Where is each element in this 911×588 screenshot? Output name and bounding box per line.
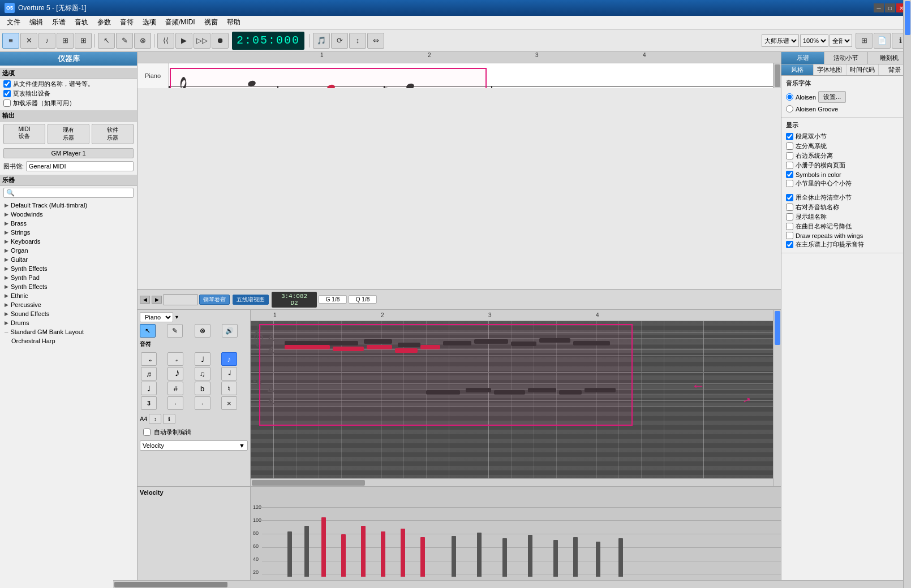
menu-midi[interactable]: 音频/MIDI bbox=[161, 16, 200, 28]
transport-forward[interactable]: ▷▷ bbox=[194, 33, 210, 49]
staff-view-tab-btn[interactable]: 五线谱视图 bbox=[233, 295, 269, 305]
tool-speaker[interactable]: 🔊 bbox=[222, 324, 238, 338]
tree-item-percussive[interactable]: ▶Percussive bbox=[0, 300, 137, 309]
existing-instrument-btn[interactable]: 现有乐器 bbox=[48, 124, 89, 144]
tree-item-synth-effects-1[interactable]: ▶Synth Effects bbox=[0, 264, 137, 273]
staff-area[interactable]: 𝄞 𝄢 44 44 bbox=[169, 63, 773, 88]
piano-roll-notes[interactable]: 𝄞 𝄢 44 44 bbox=[251, 321, 773, 478]
hscroll-thumb[interactable] bbox=[252, 480, 365, 486]
maximize-btn[interactable]: □ bbox=[885, 3, 895, 12]
cb-right-sep[interactable] bbox=[786, 152, 793, 159]
note-sym-x[interactable]: × bbox=[221, 396, 237, 410]
tree-item-keyboards[interactable]: ▶Keyboards bbox=[0, 237, 137, 246]
zoom-select[interactable]: 100% bbox=[800, 34, 828, 47]
right-tab-score[interactable]: 乐谱 bbox=[781, 52, 824, 64]
tool-eraser[interactable]: ⊗ bbox=[195, 324, 210, 338]
minimize-btn[interactable]: ─ bbox=[874, 3, 884, 12]
right-subtab-timecode[interactable]: 时间代码 bbox=[846, 64, 879, 75]
track-selector[interactable]: Piano bbox=[140, 312, 173, 322]
toolbar-x-btn[interactable]: ⊗ bbox=[134, 33, 151, 49]
menu-edit[interactable]: 编辑 bbox=[25, 16, 48, 28]
note-sym-1[interactable]: 𝅝 bbox=[141, 352, 157, 366]
tree-item-organ[interactable]: ▶Organ bbox=[0, 246, 137, 255]
option-cb-2[interactable] bbox=[3, 90, 11, 97]
piano-roll-tab-btn[interactable]: 钢琴卷帘 bbox=[199, 295, 230, 305]
tree-item-default[interactable]: ▶Default Track (Multi-timbral) bbox=[0, 201, 137, 210]
toolbar-arrow-btn[interactable]: ↖ bbox=[98, 33, 115, 49]
tree-item-guitar[interactable]: ▶Guitar bbox=[0, 255, 137, 264]
velocity-dropdown[interactable]: Velocity ▼ bbox=[140, 440, 248, 451]
note-sym-natural[interactable]: ♮ bbox=[221, 382, 237, 395]
menu-help[interactable]: 帮助 bbox=[222, 16, 245, 28]
right-tab-active-bar[interactable]: 活动小节 bbox=[824, 52, 867, 64]
cb-cue-notes[interactable] bbox=[786, 241, 793, 248]
tree-item-brass[interactable]: ▶Brass bbox=[0, 219, 137, 228]
tree-item-drums[interactable]: ▶Drums bbox=[0, 318, 137, 327]
toolbar-pen-btn[interactable]: ✎ bbox=[116, 33, 133, 49]
toolbar-meta4[interactable]: ⇔ bbox=[367, 33, 384, 49]
right-subtab-style[interactable]: 风格 bbox=[781, 64, 814, 75]
tree-item-synth-effects-2[interactable]: ▶Synth Effects bbox=[0, 282, 137, 291]
midi-device-btn[interactable]: MIDI设备 bbox=[3, 124, 45, 144]
scroll-left-btn[interactable]: ◀ bbox=[140, 296, 150, 304]
note-sym-6[interactable]: 𝅘𝅥𝅯 bbox=[167, 367, 183, 381]
piano-roll-hscroll[interactable] bbox=[251, 478, 773, 486]
toolbar-meta3[interactable]: ↕ bbox=[349, 33, 366, 49]
tree-item-sound-effects[interactable]: ▶Sound Effects bbox=[0, 309, 137, 318]
library-input[interactable] bbox=[26, 161, 134, 171]
note-sym-sharp[interactable]: # bbox=[167, 382, 183, 395]
toolbar-grid2-btn[interactable]: ⊞ bbox=[75, 33, 92, 49]
note-sym-8[interactable]: 𝆺𝅥 bbox=[221, 367, 237, 381]
menu-file[interactable]: 文件 bbox=[2, 16, 25, 28]
tree-item-woodwinds[interactable]: ▶Woodwinds bbox=[0, 210, 137, 219]
cb-double-bar[interactable] bbox=[786, 133, 793, 140]
tree-item-synth-pad[interactable]: ▶Synth Pad bbox=[0, 273, 137, 282]
note-sym-3-val[interactable]: 3 bbox=[141, 396, 157, 410]
toolbar-meta2[interactable]: ⟳ bbox=[331, 33, 348, 49]
cb-lower-key[interactable] bbox=[786, 223, 793, 230]
score-vscroll[interactable] bbox=[773, 63, 781, 88]
toolbar-meta1[interactable]: 🎵 bbox=[313, 33, 330, 49]
note-sym-3[interactable]: ♩ bbox=[195, 352, 210, 366]
menu-view[interactable]: 视窗 bbox=[200, 16, 222, 28]
note-sym-4[interactable]: ♪ bbox=[221, 352, 237, 366]
instrument-search-input[interactable] bbox=[15, 189, 131, 196]
font-groove-radio[interactable] bbox=[786, 105, 793, 113]
piano-roll-vscroll[interactable] bbox=[773, 310, 781, 486]
toolbar-close-btn[interactable]: ✕ bbox=[20, 33, 37, 49]
font-aloisen-radio[interactable] bbox=[786, 93, 793, 101]
auto-record-cb[interactable] bbox=[143, 429, 151, 436]
cb-booklet[interactable] bbox=[786, 162, 793, 169]
cb-symbols-color[interactable] bbox=[786, 171, 793, 178]
tree-item-strings[interactable]: ▶Strings bbox=[0, 228, 137, 237]
tree-item-ethnic[interactable]: ▶Ethnic bbox=[0, 291, 137, 300]
transport-rewind[interactable]: ⟨⟨ bbox=[157, 33, 174, 49]
note-sym-flat[interactable]: b bbox=[195, 382, 210, 395]
track-expand-icon[interactable]: ▼ bbox=[174, 314, 179, 320]
cb-align-track[interactable] bbox=[786, 204, 793, 211]
note-sym-9[interactable]: ♩ bbox=[141, 382, 157, 395]
tree-item-orchestral-harp[interactable]: Orchestral Harp bbox=[0, 336, 137, 345]
transport-play[interactable]: ▶ bbox=[175, 33, 192, 49]
cb-show-group[interactable] bbox=[786, 213, 793, 220]
option-cb-1[interactable] bbox=[3, 80, 11, 88]
piano-roll-vscroll-thumb[interactable] bbox=[775, 311, 780, 345]
toolbar-grid-btn[interactable]: ⊞ bbox=[57, 33, 74, 49]
note-sym-dot1[interactable]: · bbox=[167, 396, 183, 410]
tune-btn[interactable]: ↕ bbox=[149, 414, 161, 424]
menu-note[interactable]: 音符 bbox=[115, 16, 138, 28]
toolbar-extra1[interactable]: ⊞ bbox=[856, 33, 873, 49]
menu-track[interactable]: 音轨 bbox=[70, 16, 93, 28]
master-score-select[interactable]: 大师乐谱 bbox=[762, 34, 799, 47]
option-cb-3[interactable] bbox=[3, 100, 11, 107]
right-subtab-fontmap[interactable]: 字体地图 bbox=[814, 64, 846, 75]
software-instrument-btn[interactable]: 软件乐器 bbox=[92, 124, 134, 144]
cb-full-rest[interactable] bbox=[786, 194, 793, 201]
tool-arrow[interactable]: ↖ bbox=[140, 324, 156, 338]
toolbar-music-btn[interactable]: ♪ bbox=[38, 33, 55, 49]
cb-left-sep[interactable] bbox=[786, 142, 793, 150]
menu-params[interactable]: 参数 bbox=[93, 16, 115, 28]
velocity-hscroll-thumb[interactable] bbox=[137, 582, 227, 587]
cb-center-symbol[interactable] bbox=[786, 180, 793, 187]
toolbar-extra2[interactable]: 📄 bbox=[874, 33, 891, 49]
